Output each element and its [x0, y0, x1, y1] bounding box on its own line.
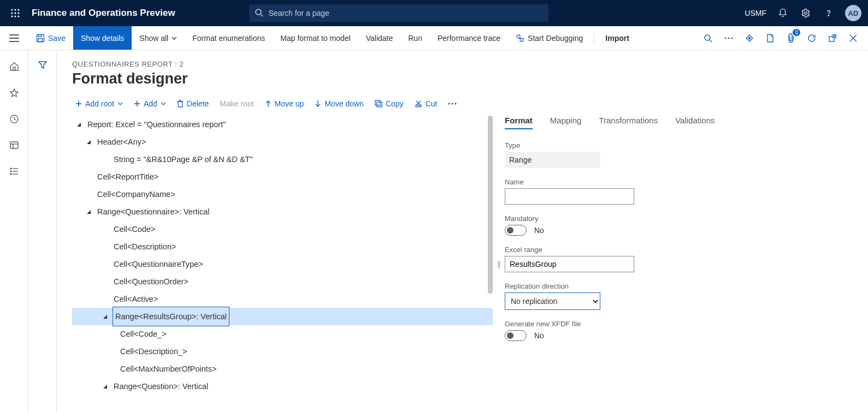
search-icon	[255, 8, 263, 17]
help-icon[interactable]	[822, 7, 835, 20]
show-all-label: Show all	[139, 34, 168, 43]
show-all-button[interactable]: Show all	[132, 26, 185, 50]
more-icon[interactable]	[723, 32, 735, 44]
svg-point-1	[14, 9, 16, 10]
nav-expand-icon[interactable]	[0, 26, 28, 50]
chevron-down-icon	[172, 37, 177, 40]
refresh-icon[interactable]	[806, 32, 818, 44]
company-code[interactable]: USMF	[745, 9, 766, 17]
svg-point-26	[731, 37, 733, 39]
command-bar: Save Show details Show all Format enumer…	[0, 26, 868, 50]
app-title: Finance and Operations Preview	[32, 8, 175, 19]
show-details-button[interactable]: Show details	[73, 26, 132, 50]
find-icon[interactable]	[702, 32, 714, 44]
format-enumerations-button[interactable]: Format enumerations	[185, 26, 273, 50]
save-label: Save	[48, 34, 66, 43]
notifications-icon[interactable]	[776, 7, 789, 20]
save-button[interactable]: Save	[28, 26, 73, 50]
svg-point-6	[11, 15, 13, 17]
svg-point-9	[256, 9, 261, 15]
start-debugging-button[interactable]: Start Debugging	[508, 26, 591, 50]
svg-point-3	[11, 12, 13, 14]
svg-line-10	[261, 14, 263, 16]
attachments-icon[interactable]: 0	[785, 32, 797, 44]
svg-line-21	[519, 38, 521, 39]
svg-point-12	[828, 15, 829, 16]
svg-point-11	[805, 12, 807, 15]
performance-trace-button[interactable]: Performance trace	[430, 26, 508, 50]
svg-point-22	[705, 35, 710, 40]
svg-point-5	[17, 12, 19, 14]
avatar[interactable]: AD	[845, 5, 861, 21]
debug-icon	[516, 34, 524, 43]
options-icon[interactable]	[743, 32, 755, 44]
divider	[594, 31, 594, 45]
run-button[interactable]: Run	[400, 26, 430, 50]
popout-icon[interactable]	[826, 32, 839, 44]
gear-icon[interactable]	[799, 7, 812, 20]
svg-point-2	[17, 9, 19, 10]
topbar: Finance and Operations Preview USMF AD	[0, 0, 868, 26]
svg-rect-17	[38, 34, 42, 37]
svg-line-23	[710, 40, 712, 42]
svg-rect-18	[38, 39, 43, 42]
svg-point-8	[17, 15, 19, 17]
app-launcher-icon[interactable]	[7, 4, 24, 22]
page-icon[interactable]	[764, 32, 776, 44]
global-search	[249, 4, 548, 22]
svg-point-4	[14, 12, 16, 14]
map-format-to-model-button[interactable]: Map format to model	[273, 26, 358, 50]
svg-point-0	[11, 9, 13, 10]
svg-point-24	[724, 37, 726, 39]
close-icon[interactable]	[847, 32, 859, 44]
search-input[interactable]	[249, 4, 548, 22]
svg-point-7	[14, 15, 16, 17]
import-button[interactable]: Import	[598, 26, 637, 50]
show-details-label: Show details	[81, 34, 124, 43]
validate-button[interactable]: Validate	[358, 26, 401, 50]
attachments-badge: 0	[793, 29, 800, 36]
svg-point-25	[728, 37, 729, 39]
